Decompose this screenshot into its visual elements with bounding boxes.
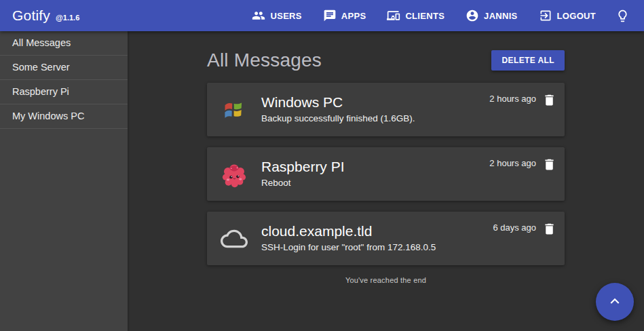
page-title: All Messages [207,50,322,71]
sidebar: All Messages Some Server Raspberry Pi My… [0,31,128,331]
clients-button[interactable]: CLIENTS [381,5,451,26]
sidebar-item-raspberry-pi[interactable]: Raspberry Pi [0,80,128,104]
apps-button[interactable]: APPS [317,5,373,26]
current-user-button[interactable]: JANNIS [459,5,523,26]
app-version: @1.1.6 [56,14,79,22]
message-timestamp: 6 days ago [493,220,536,233]
message-title: Raspberry PI [261,159,489,175]
delete-all-button[interactable]: DELETE ALL [491,50,565,71]
message-meta: 2 hours ago [489,147,565,201]
delete-message-button[interactable] [541,156,558,173]
app-title: Gotify [12,7,50,24]
message-card-windows-pc: Windows PC Backup successfully finished … [207,83,565,136]
message-title: Windows PC [261,94,489,111]
message-text: Windows PC Backup successfully finished … [261,94,489,125]
chat-icon [323,9,337,22]
delete-message-button[interactable] [541,220,558,237]
theme-toggle-button[interactable] [611,5,634,27]
trash-icon [542,228,556,238]
windows-logo [221,96,248,123]
sidebar-item-my-windows-pc[interactable]: My Windows PC [0,104,128,129]
logout-button[interactable]: LOGOUT [533,5,602,26]
brand: Gotify @1.1.6 [12,7,79,24]
users-button[interactable]: USERS [246,5,307,26]
current-user-label: JANNIS [484,11,517,21]
users-icon [252,9,265,22]
message-body: SSH-Login for user "root" from 172.168.0… [261,242,493,252]
trash-icon [542,99,556,109]
message-body: Backup successfully finished (1.6GB). [261,113,489,123]
clients-button-label: CLIENTS [405,11,444,21]
lightbulb-icon [615,9,630,23]
end-of-list-text: You've reached the end [207,276,565,284]
message-card-cloud: cloud.example.tld SSH-Login for user "ro… [207,212,565,265]
trash-icon [542,163,556,174]
message-meta: 2 hours ago [489,83,565,136]
chevron-up-icon [606,292,624,312]
message-body: Reboot [261,178,489,188]
apps-button-label: APPS [341,11,366,21]
message-timestamp: 2 hours ago [489,156,536,168]
users-button-label: USERS [270,11,301,21]
message-timestamp: 2 hours ago [489,92,536,104]
raspberry-logo [221,161,248,188]
devices-icon [387,9,400,22]
top-nav: USERS APPS CLIENTS JANNIS LOGOUT [237,5,634,27]
logout-button-label: LOGOUT [557,11,596,21]
message-title: cloud.example.tld [261,223,493,239]
message-text: cloud.example.tld SSH-Login for user "ro… [261,223,493,254]
app-bar: Gotify @1.1.6 USERS APPS CLIENTS JANNIS [0,0,644,31]
delete-message-button[interactable] [541,92,558,109]
message-list: Windows PC Backup successfully finished … [207,83,565,265]
logout-icon [539,9,552,22]
sidebar-item-some-server[interactable]: Some Server [0,56,128,80]
scroll-to-top-button[interactable] [596,283,634,321]
sidebar-item-all-messages[interactable]: All Messages [0,31,128,56]
cloud-icon [221,225,248,252]
message-meta: 6 days ago [493,212,565,265]
main-area: All Messages DELETE ALL [128,31,644,331]
message-text: Raspberry PI Reboot [261,159,489,189]
account-circle-icon [466,9,479,22]
message-card-raspberry-pi: Raspberry PI Reboot 2 hours ago [207,147,565,201]
